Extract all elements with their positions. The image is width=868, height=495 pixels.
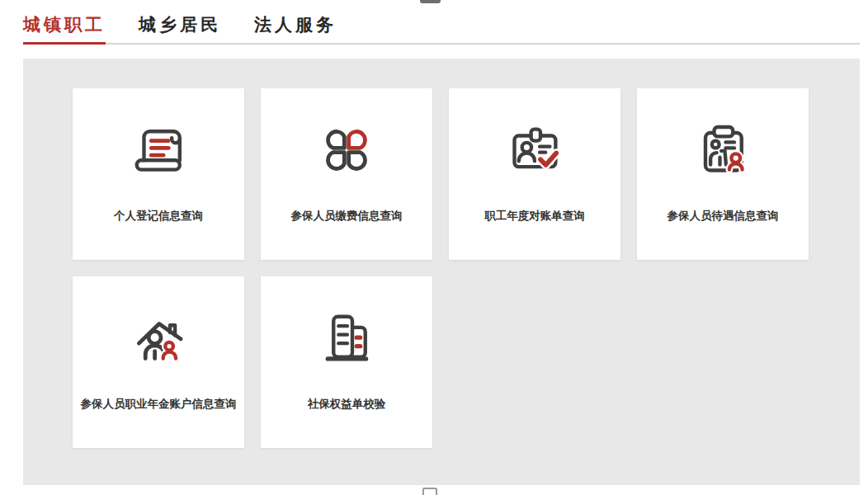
- card-annual-statement-query[interactable]: 职工年度对账单查询: [449, 88, 620, 260]
- tab-legal-person-services[interactable]: 法人服务: [254, 13, 337, 45]
- top-edge-knob: [420, 0, 441, 3]
- card-insured-payment-query[interactable]: 参保人员缴费信息查询: [261, 88, 432, 260]
- card-label: 个人登记信息查询: [114, 209, 203, 224]
- tab-bar: 城镇职工 城乡居民 法人服务: [23, 13, 860, 45]
- card-rights-statement-verification[interactable]: 社保权益单校验: [261, 276, 432, 448]
- card-label: 参保人员职业年金账户信息查询: [81, 397, 237, 412]
- card-label: 职工年度对账单查询: [484, 209, 585, 224]
- four-petals-icon: [312, 116, 381, 185]
- card-label: 参保人员缴费信息查询: [291, 209, 403, 224]
- card-label: 参保人员待遇信息查询: [668, 209, 779, 224]
- card-personal-registration-query[interactable]: 个人登记信息查询: [73, 88, 244, 260]
- service-card-panel: 个人登记信息查询 参保人员缴费信息查询 职工年度对账单查询: [23, 59, 860, 485]
- id-badge-check-icon: [500, 116, 569, 185]
- service-card-grid: 个人登记信息查询 参保人员缴费信息查询 职工年度对账单查询: [73, 88, 809, 448]
- card-occupational-annuity-account-query[interactable]: 参保人员职业年金账户信息查询: [73, 276, 244, 448]
- card-label: 社保权益单校验: [308, 397, 386, 412]
- card-insured-benefits-query[interactable]: 参保人员待遇信息查询: [637, 88, 809, 260]
- scroll-document-icon: [124, 116, 193, 185]
- clipboard-elderly-icon: [688, 116, 757, 185]
- buildings-icon: [312, 304, 381, 373]
- bottom-edge-box[interactable]: [422, 488, 437, 495]
- house-people-icon: [124, 304, 193, 373]
- tab-urban-rural-residents[interactable]: 城乡居民: [139, 13, 221, 45]
- tab-urban-workers[interactable]: 城镇职工: [23, 13, 106, 45]
- social-insurance-services-page: { "colors": { "accent_red": "#b3322b", "…: [0, 0, 868, 495]
